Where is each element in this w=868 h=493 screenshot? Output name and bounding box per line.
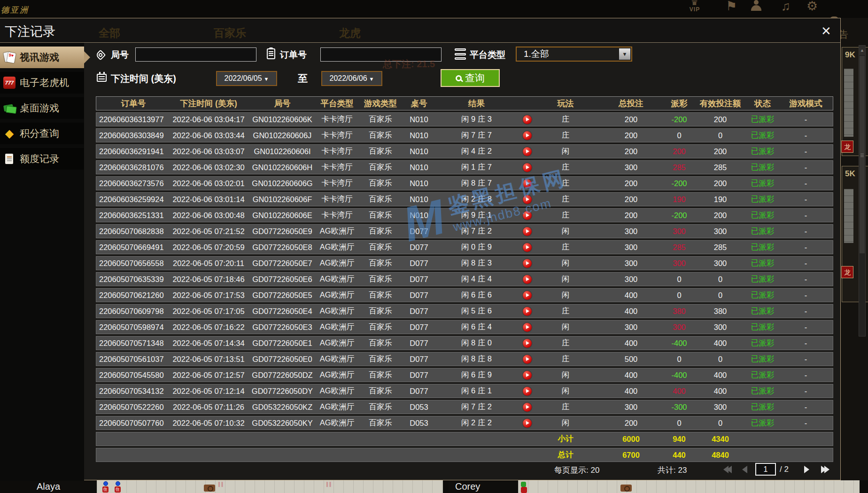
cell-order: 220605070545580 bbox=[96, 368, 170, 382]
round-number-input[interactable] bbox=[135, 47, 256, 62]
cell-platform: 卡卡湾厅 bbox=[318, 193, 356, 206]
cell-play: 庄 bbox=[534, 241, 597, 254]
cell-table: N010 bbox=[405, 161, 433, 174]
play-video-button[interactable] bbox=[523, 355, 532, 364]
play-video-button[interactable] bbox=[523, 323, 532, 332]
cell-play: 庄 bbox=[534, 129, 597, 142]
header-cell: 局号 bbox=[247, 97, 318, 110]
cell-round: GD053226050KZ bbox=[247, 400, 318, 414]
table-row: 2206050706694912022-06-05 07:20:59GD0772… bbox=[96, 240, 833, 254]
cell-result: 闲 6 庄 1 bbox=[433, 384, 520, 398]
play-video-button[interactable] bbox=[523, 115, 532, 124]
cell-round: GD053226050KY bbox=[247, 416, 318, 430]
cell-table: N010 bbox=[405, 145, 433, 158]
cell-result: 闲 9 庄 1 bbox=[433, 209, 520, 222]
cell-game: 百家乐 bbox=[356, 336, 405, 350]
diamond-icon bbox=[3, 127, 16, 140]
cell-time: 2022-06-06 03:01:14 bbox=[170, 193, 247, 206]
sidebar-item-quota-records[interactable]: 额度记录 bbox=[0, 148, 84, 170]
play-video-button[interactable] bbox=[523, 339, 532, 348]
cell-game: 百家乐 bbox=[356, 209, 405, 222]
music-icon[interactable]: ♫ bbox=[778, 0, 794, 14]
cell-bet: 300 bbox=[597, 273, 665, 286]
cell-time: 2022-06-05 07:20:59 bbox=[170, 241, 247, 254]
sidebar-item-points-query[interactable]: 积分查询 bbox=[0, 123, 84, 144]
sidebar-item-table-games[interactable]: 桌面游戏 bbox=[0, 97, 84, 119]
cell-result: 闲 1 庄 7 bbox=[433, 161, 520, 174]
cell-play: 闲 bbox=[534, 416, 597, 430]
vertical-scrollbar[interactable]: ▲ bbox=[859, 45, 866, 336]
play-video-button[interactable] bbox=[523, 227, 532, 236]
play-video-button[interactable] bbox=[523, 179, 532, 188]
cell-round: GD077226050E6 bbox=[247, 273, 318, 286]
cell-round: GD077226050E8 bbox=[247, 241, 318, 254]
cell-round: GD077226050DY bbox=[247, 384, 318, 398]
chevron-down-icon[interactable]: ▼ bbox=[619, 48, 630, 60]
play-video-button[interactable] bbox=[523, 195, 532, 204]
cell-round: GN0102260606G bbox=[247, 177, 318, 190]
cell-play bbox=[520, 273, 534, 286]
cell-game: 百家乐 bbox=[356, 368, 405, 382]
settings-gear-icon[interactable]: ⚙ bbox=[804, 0, 820, 14]
next-page-button[interactable] bbox=[804, 466, 809, 473]
sidebar-item-slots[interactable]: 电子老虎机 bbox=[0, 72, 84, 94]
sidebar-item-video-games[interactable]: 视讯游戏 bbox=[0, 47, 84, 68]
play-video-button[interactable] bbox=[523, 131, 532, 140]
date-from-picker[interactable]: 2022/06/05▼ bbox=[216, 71, 277, 86]
cell-platform: 卡卡湾厅 bbox=[318, 209, 356, 222]
play-video-button[interactable] bbox=[523, 387, 532, 396]
cell-order: 220605070609798 bbox=[96, 305, 170, 318]
prev-page-button[interactable] bbox=[742, 466, 747, 473]
bet-time-label: 下注时间 (美东) bbox=[111, 71, 176, 86]
flag-icon[interactable]: ⚑ bbox=[723, 0, 739, 14]
cell-valid: 380 bbox=[693, 305, 747, 318]
cell-payout: 200 bbox=[665, 145, 693, 158]
cell-table: N010 bbox=[405, 177, 433, 190]
cell-game: 百家乐 bbox=[356, 161, 405, 174]
cell-bet: 300 bbox=[597, 400, 665, 414]
play-video-button[interactable] bbox=[523, 243, 532, 252]
play-video-button[interactable] bbox=[523, 259, 532, 268]
play-video-button[interactable] bbox=[523, 147, 532, 156]
page-number-input[interactable]: 1 bbox=[755, 463, 776, 476]
play-video-button[interactable] bbox=[523, 419, 532, 428]
cell-bet: 200 bbox=[597, 129, 665, 142]
last-page-button[interactable] bbox=[821, 466, 829, 473]
cell-time: 2022-06-06 03:02:30 bbox=[170, 161, 247, 174]
scrollbar-thumb[interactable] bbox=[860, 56, 865, 253]
cell-play bbox=[520, 225, 534, 238]
cell-play: 庄 bbox=[534, 161, 597, 174]
play-video-button[interactable] bbox=[523, 307, 532, 316]
vip-icon[interactable]: VIP bbox=[687, 0, 703, 14]
query-button[interactable]: 查询 bbox=[441, 69, 500, 87]
platform-type-label: 平台类型 bbox=[470, 47, 505, 63]
scroll-up-arrow[interactable]: ▲ bbox=[859, 46, 865, 55]
cell-table: D053 bbox=[405, 400, 433, 414]
play-video-button[interactable] bbox=[523, 291, 532, 300]
header-cell bbox=[520, 97, 534, 110]
cell-valid: 0 bbox=[693, 352, 747, 366]
cell-mode: - bbox=[778, 161, 834, 174]
cell-bet: 400 bbox=[597, 336, 665, 350]
cell-bet: 200 bbox=[597, 416, 665, 430]
cell-game: 百家乐 bbox=[356, 321, 405, 334]
cell-platform: AG欧洲厅 bbox=[318, 273, 356, 286]
platform-type-select[interactable]: 1.全部 ▼ bbox=[516, 47, 632, 62]
cell-result: 闲 8 庄 8 bbox=[433, 352, 520, 366]
close-icon[interactable]: ✕ bbox=[818, 23, 834, 39]
header-cell: 游戏模式 bbox=[778, 97, 834, 110]
date-to-picker[interactable]: 2022/06/06▼ bbox=[321, 71, 382, 86]
play-video-button[interactable] bbox=[523, 371, 532, 380]
cell-status: 已派彩 bbox=[747, 209, 778, 222]
account-icon[interactable] bbox=[750, 0, 766, 14]
header-cell: 有效投注额 bbox=[693, 97, 747, 110]
play-video-button[interactable] bbox=[523, 163, 532, 172]
play-video-button[interactable] bbox=[523, 275, 532, 284]
cell-platform: 卡卡湾厅 bbox=[318, 161, 356, 174]
notice-text-fragment: 告 bbox=[841, 28, 848, 41]
first-page-button[interactable] bbox=[723, 466, 732, 473]
play-video-button[interactable] bbox=[523, 403, 532, 412]
cell-table: N010 bbox=[405, 209, 433, 222]
play-video-button[interactable] bbox=[523, 211, 532, 220]
cell-status: 已派彩 bbox=[747, 225, 778, 238]
